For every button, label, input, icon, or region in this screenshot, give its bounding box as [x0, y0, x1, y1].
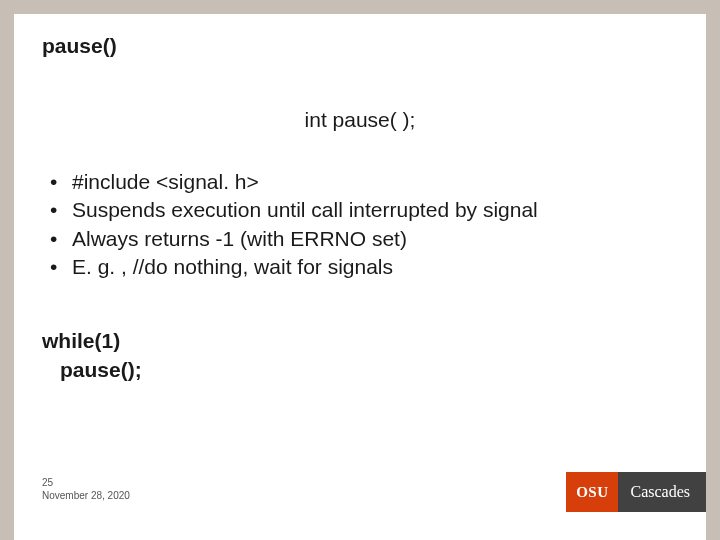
- code-line: pause();: [42, 356, 678, 384]
- code-line: while(1): [42, 327, 678, 355]
- logo-osu-block: OSU: [566, 472, 618, 512]
- slide-title: pause(): [42, 34, 678, 58]
- code-example: while(1) pause();: [42, 327, 678, 384]
- list-item: Always returns -1 (with ERRNO set): [50, 225, 678, 253]
- list-item: E. g. , //do nothing, wait for signals: [50, 253, 678, 281]
- page-number: 25: [42, 477, 130, 490]
- logo: OSU Cascades: [566, 472, 706, 512]
- footer-meta: 25 November 28, 2020: [42, 477, 130, 502]
- function-signature: int pause( );: [42, 108, 678, 132]
- slide-body: pause() int pause( ); #include <signal. …: [14, 14, 706, 540]
- list-item: #include <signal. h>: [50, 168, 678, 196]
- slide-date: November 28, 2020: [42, 490, 130, 503]
- bullet-list: #include <signal. h> Suspends execution …: [50, 168, 678, 281]
- slide-border: pause() int pause( ); #include <signal. …: [0, 0, 720, 540]
- logo-cascades-block: Cascades: [618, 472, 706, 512]
- list-item: Suspends execution until call interrupte…: [50, 196, 678, 224]
